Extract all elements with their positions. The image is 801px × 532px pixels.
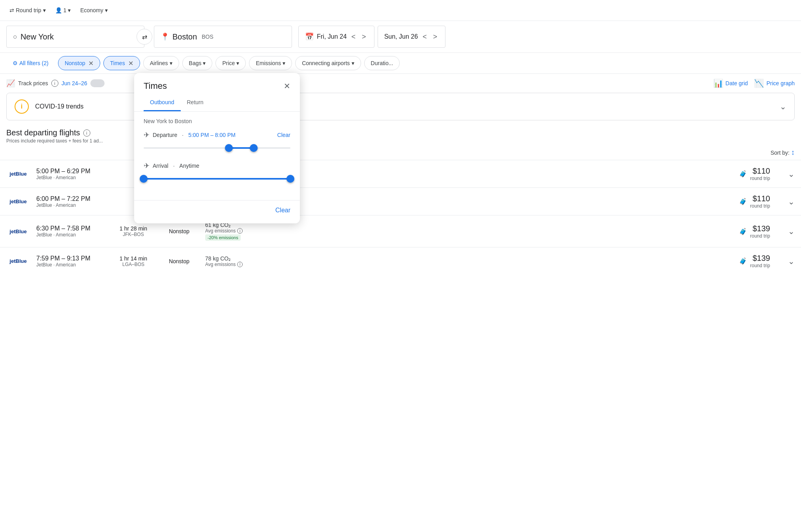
route-text: JFK–BOS	[114, 232, 153, 237]
price-label-text: round trip	[750, 176, 770, 181]
covid-text: COVID-19 trends	[35, 103, 84, 110]
expand-icon[interactable]: ⌄	[788, 257, 795, 266]
times-filter-button[interactable]: Times ✕	[103, 56, 140, 70]
airlines-filter-button[interactable]: Airlines ▾	[143, 56, 179, 70]
emissions-label-text: Avg emissions i	[205, 262, 260, 267]
bags-filter-button[interactable]: Bags ▾	[182, 56, 213, 70]
times-label: Times	[110, 60, 125, 66]
sort-icon: ↕	[791, 148, 795, 157]
price-graph-button[interactable]: 📉 Price graph	[754, 79, 795, 88]
flight-duration: 1 hr 14 min LGA–BOS	[114, 255, 153, 267]
all-filters-label: All filters (2)	[19, 60, 49, 66]
emissions-filter-button[interactable]: Emissions ▾	[249, 56, 292, 70]
depart-date-text: Fri, Jun 24	[317, 33, 347, 40]
flight-emissions: 78 kg CO₂ Avg emissions i	[205, 255, 260, 267]
all-filters-button[interactable]: ⚙ All filters (2)	[6, 56, 55, 70]
origin-text: New York	[21, 32, 54, 41]
clear-all-button[interactable]: Clear	[275, 204, 290, 217]
sort-button[interactable]: ↕	[791, 148, 795, 157]
covid-banner[interactable]: i COVID-19 trends ⌄	[6, 93, 795, 120]
nonstop-filter-button[interactable]: Nonstop ✕	[58, 56, 100, 70]
destination-text: Boston	[172, 32, 197, 41]
duration-text: 1 hr 14 min	[114, 255, 153, 262]
round-trip-button[interactable]: ⇄ Round trip ▾	[6, 5, 49, 16]
flight-time-text: 6:00 PM – 7:22 PM	[36, 195, 107, 202]
arrival-icon: ✈	[144, 161, 150, 170]
flight-time-text: 7:59 PM – 9:13 PM	[36, 255, 107, 262]
price-label-text: round trip	[750, 233, 770, 239]
modal-tabs: Outbound Return	[134, 94, 300, 112]
covid-chevron-icon: ⌄	[780, 102, 786, 111]
route-label: New York to Boston	[144, 118, 290, 124]
slider-track	[144, 147, 290, 149]
clear-departure-button[interactable]: Clear	[277, 132, 290, 138]
date-grid-button[interactable]: 📊 Date grid	[713, 79, 748, 88]
return-next-button[interactable]: >	[432, 31, 439, 43]
flight-emissions: 61 kg CO₂ Avg emissions i -20% emissions	[205, 222, 260, 241]
flight-row[interactable]: jetBlue 7:59 PM – 9:13 PM JetBlue · Amer…	[0, 247, 801, 275]
track-prices-toggle[interactable]	[90, 79, 105, 87]
emissions-info-icon[interactable]: i	[237, 262, 243, 267]
date-grid-icon: 📊	[713, 79, 723, 88]
flight-row[interactable]: jetBlue 6:00 PM – 7:22 PM JetBlue · Amer…	[0, 187, 801, 215]
section-info-icon[interactable]: i	[83, 129, 90, 137]
arrival-range: Anytime	[180, 163, 200, 169]
departure-slider[interactable]	[144, 142, 290, 154]
passengers-button[interactable]: 👤 1 ▾	[52, 5, 74, 16]
nonstop-close-icon[interactable]: ✕	[88, 60, 94, 67]
airlines-chevron-icon: ▾	[170, 60, 172, 66]
departure-label: ✈ Departure · 5:00 PM – 8:00 PM	[144, 131, 236, 139]
class-button[interactable]: Economy ▾	[77, 5, 110, 16]
tab-outbound-label: Outbound	[150, 99, 174, 105]
tab-return[interactable]: Return	[181, 94, 210, 111]
flight-row[interactable]: jetBlue 6:30 PM – 7:58 PM JetBlue · Amer…	[0, 215, 801, 247]
slider-thumb-left[interactable]	[140, 175, 148, 183]
price-filter-button[interactable]: Price ▾	[215, 56, 246, 70]
covid-icon: i	[15, 99, 29, 114]
emissions-value: 78 kg CO₂	[205, 255, 260, 262]
return-date-field[interactable]: Sun, Jun 26 < >	[378, 26, 445, 48]
destination-icon: 📍	[161, 32, 169, 41]
tab-outbound[interactable]: Outbound	[144, 94, 181, 111]
slider-thumb-right[interactable]	[286, 175, 294, 183]
depart-prev-button[interactable]: <	[350, 31, 357, 43]
slider-thumb-left[interactable]	[225, 144, 233, 152]
bags-label: Bags	[189, 60, 202, 66]
times-close-icon[interactable]: ✕	[128, 60, 133, 67]
expand-icon[interactable]: ⌄	[788, 197, 795, 206]
departure-icon: ✈	[144, 131, 150, 139]
stop-text: Nonstop	[169, 228, 189, 234]
emissions-info-icon[interactable]: i	[237, 228, 243, 234]
luggage-icon: 🧳	[739, 228, 747, 235]
price-amount: $110	[750, 194, 770, 203]
airline-logo: jetBlue	[6, 258, 30, 264]
return-date-text: Sun, Jun 26	[384, 33, 418, 40]
flight-time-text: 6:30 PM – 7:58 PM	[36, 225, 107, 232]
stop-text: Nonstop	[169, 258, 189, 264]
connecting-airports-chevron-icon: ▾	[352, 60, 354, 66]
covid-inner: i COVID-19 trends	[15, 99, 84, 114]
price-graph-label: Price graph	[766, 80, 795, 86]
expand-icon[interactable]: ⌄	[788, 169, 795, 179]
depart-date-field[interactable]: 📅 Fri, Jun 24 < >	[298, 26, 374, 48]
track-prices-date: Jun 24–26	[62, 80, 87, 86]
destination-field[interactable]: 📍 Boston BOS	[154, 26, 292, 48]
track-prices-info-icon[interactable]: i	[51, 80, 58, 87]
arrival-section: ✈ Arrival · Anytime	[144, 161, 290, 184]
origin-field[interactable]: ○ New York	[6, 26, 144, 48]
modal-close-button[interactable]: ✕	[284, 81, 290, 91]
duration-filter-button[interactable]: Duratio...	[364, 56, 400, 70]
depart-next-button[interactable]: >	[360, 31, 368, 43]
section-title: Best departing flights i	[6, 128, 795, 137]
emissions-badge: -20% emissions	[205, 234, 241, 241]
slider-thumb-right[interactable]	[250, 144, 258, 152]
flight-row[interactable]: jetBlue 5:00 PM – 6:29 PM JetBlue · Amer…	[0, 160, 801, 187]
connecting-airports-button[interactable]: Connecting airports ▾	[295, 56, 361, 70]
route-text: LGA–BOS	[114, 262, 153, 267]
swap-button[interactable]: ⇄	[137, 29, 152, 45]
flight-carrier: JetBlue · American	[36, 232, 107, 238]
expand-icon[interactable]: ⌄	[788, 227, 795, 236]
flight-carrier: JetBlue · American	[36, 262, 107, 268]
return-prev-button[interactable]: <	[421, 31, 429, 43]
arrival-slider[interactable]	[144, 173, 290, 184]
